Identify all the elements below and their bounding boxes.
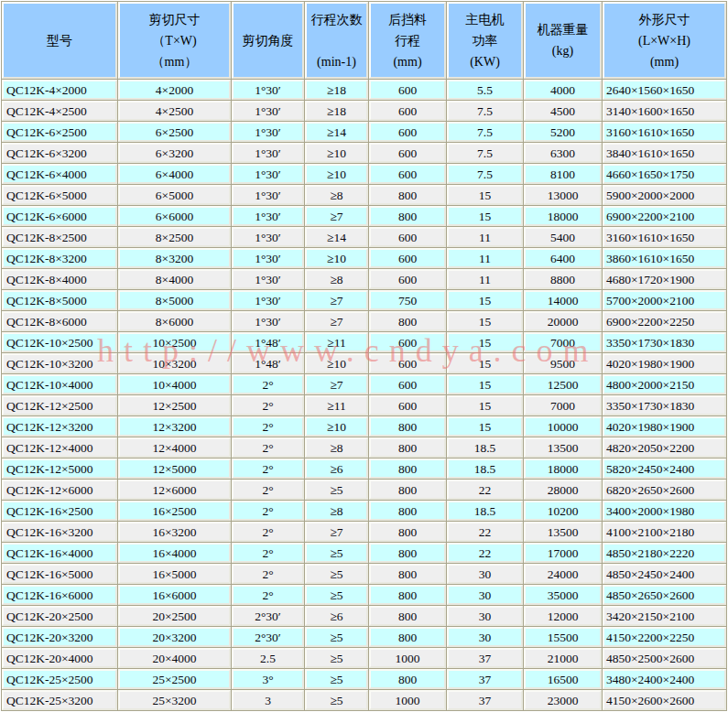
cell-dimensions: 3840×1610×1650 xyxy=(603,143,726,163)
cell-motor-power: 22 xyxy=(447,543,523,563)
cell-cut-size: 20×3200 xyxy=(118,627,231,647)
cell-cut-angle: 1°30′ xyxy=(232,164,304,184)
spec-table: 型号剪切尺寸（T×W)（mm）剪切角度行程次数(min-1)后挡料行程(mm)主… xyxy=(1,1,727,711)
cell-strokes: ≥10 xyxy=(305,143,368,163)
cell-backgauge-travel: 1000 xyxy=(369,690,446,710)
cell-weight: 4000 xyxy=(524,80,602,100)
cell-weight: 20000 xyxy=(524,311,602,331)
cell-motor-power: 11 xyxy=(447,269,523,289)
cell-dimensions: 4020×1980×1900 xyxy=(603,416,726,437)
cell-strokes: ≥7 xyxy=(305,311,368,331)
cell-cut-size: 25×2500 xyxy=(118,669,231,689)
cell-weight: 4500 xyxy=(524,101,602,121)
cell-strokes: ≥7 xyxy=(305,206,368,226)
cell-weight: 23000 xyxy=(524,690,602,710)
cell-backgauge-travel: 600 xyxy=(369,164,446,184)
cell-cut-angle: 2°30′ xyxy=(232,606,304,626)
cell-backgauge-travel: 800 xyxy=(369,522,446,542)
cell-model: QC12K-8×3200 xyxy=(2,248,117,268)
cell-model: QC12K-16×6000 xyxy=(2,585,117,605)
cell-cut-angle: 1°30′ xyxy=(232,248,304,268)
table-row: QC12K-8×25008×25001°30′≥146001154003160×… xyxy=(2,227,726,247)
cell-strokes: ≥7 xyxy=(305,290,368,310)
cell-weight: 17000 xyxy=(524,543,602,563)
table-body: QC12K-4×20004×20001°30′≥186005.540002640… xyxy=(2,80,726,710)
cell-model: QC12K-4×2500 xyxy=(2,101,117,121)
table-row: QC12K-25×320025×32003≥5100037230004150×2… xyxy=(2,690,726,710)
cell-cut-angle: 2° xyxy=(232,585,304,605)
cell-motor-power: 11 xyxy=(447,227,523,247)
cell-model: QC12K-20×2500 xyxy=(2,606,117,626)
cell-cut-size: 20×4000 xyxy=(118,648,231,668)
cell-dimensions: 3160×1610×1650 xyxy=(603,227,726,247)
table-row: QC12K-12×250012×25002°≥116001570003350×1… xyxy=(2,395,726,415)
cell-dimensions: 3350×1730×1830 xyxy=(603,395,726,415)
cell-dimensions: 3140×1600×1650 xyxy=(603,101,726,121)
cell-cut-angle: 2° xyxy=(232,564,304,584)
cell-dimensions: 4850×2450×2400 xyxy=(603,564,726,584)
table-row: QC12K-6×60006×60001°30′≥780015180006900×… xyxy=(2,206,726,226)
cell-strokes: ≥5 xyxy=(305,543,368,563)
cell-motor-power: 5.5 xyxy=(447,80,523,100)
table-row: QC12K-12×500012×50002°≥680018.5180005820… xyxy=(2,458,726,479)
cell-strokes: ≥5 xyxy=(305,669,368,689)
cell-weight: 21000 xyxy=(524,648,602,668)
header-cell-backgauge-travel: 后挡料行程(mm) xyxy=(369,2,446,79)
cell-motor-power: 15 xyxy=(447,353,523,373)
cell-backgauge-travel: 800 xyxy=(369,458,446,479)
cell-backgauge-travel: 800 xyxy=(369,416,446,437)
cell-dimensions: 4850×2500×2600 xyxy=(603,648,726,668)
cell-backgauge-travel: 800 xyxy=(369,585,446,605)
cell-strokes: ≥6 xyxy=(305,606,368,626)
cell-motor-power: 7.5 xyxy=(447,122,523,142)
cell-model: QC12K-8×6000 xyxy=(2,311,117,331)
cell-cut-size: 16×5000 xyxy=(118,564,231,584)
cell-model: QC12K-12×5000 xyxy=(2,458,117,479)
cell-cut-angle: 2.5 xyxy=(232,648,304,668)
cell-cut-size: 12×6000 xyxy=(118,480,231,500)
cell-backgauge-travel: 800 xyxy=(369,627,446,647)
cell-dimensions: 4660×1650×1750 xyxy=(603,164,726,184)
cell-cut-size: 16×6000 xyxy=(118,585,231,605)
cell-strokes: ≥6 xyxy=(305,458,368,479)
cell-dimensions: 3860×1610×1650 xyxy=(603,248,726,268)
cell-weight: 8100 xyxy=(524,164,602,184)
cell-cut-size: 12×3200 xyxy=(118,416,231,437)
cell-dimensions: 2640×1560×1650 xyxy=(603,80,726,100)
cell-weight: 10000 xyxy=(524,416,602,437)
cell-dimensions: 3160×1610×1650 xyxy=(603,122,726,142)
cell-strokes: ≥10 xyxy=(305,164,368,184)
cell-cut-angle: 1°30′ xyxy=(232,143,304,163)
table-row: QC12K-12×320012×32002°≥1080015100004020×… xyxy=(2,416,726,437)
cell-motor-power: 15 xyxy=(447,311,523,331)
cell-weight: 5200 xyxy=(524,122,602,142)
cell-dimensions: 6900×2200×2100 xyxy=(603,206,726,226)
cell-dimensions: 3350×1730×1830 xyxy=(603,332,726,352)
cell-cut-size: 8×5000 xyxy=(118,290,231,310)
cell-backgauge-travel: 600 xyxy=(369,101,446,121)
cell-motor-power: 15 xyxy=(447,416,523,437)
cell-cut-size: 12×5000 xyxy=(118,458,231,479)
cell-motor-power: 15 xyxy=(447,206,523,226)
header-cell-model: 型号 xyxy=(2,2,117,79)
cell-strokes: ≥5 xyxy=(305,564,368,584)
cell-weight: 16500 xyxy=(524,669,602,689)
cell-backgauge-travel: 600 xyxy=(369,122,446,142)
cell-cut-angle: 1°30′ xyxy=(232,185,304,205)
cell-dimensions: 4020×1980×1900 xyxy=(603,353,726,373)
cell-dimensions: 6820×2650×2600 xyxy=(603,480,726,500)
cell-model: QC12K-8×5000 xyxy=(2,290,117,310)
cell-backgauge-travel: 800 xyxy=(369,480,446,500)
cell-model: QC12K-6×4000 xyxy=(2,164,117,184)
cell-strokes: ≥18 xyxy=(305,101,368,121)
cell-motor-power: 30 xyxy=(447,585,523,605)
table-row: QC12K-6×25006×25001°30′≥146007.552003160… xyxy=(2,122,726,142)
cell-backgauge-travel: 600 xyxy=(369,248,446,268)
cell-weight: 8800 xyxy=(524,269,602,289)
cell-strokes: ≥8 xyxy=(305,269,368,289)
cell-backgauge-travel: 600 xyxy=(369,80,446,100)
cell-backgauge-travel: 600 xyxy=(369,353,446,373)
cell-model: QC12K-6×3200 xyxy=(2,143,117,163)
cell-backgauge-travel: 1000 xyxy=(369,648,446,668)
cell-motor-power: 15 xyxy=(447,185,523,205)
